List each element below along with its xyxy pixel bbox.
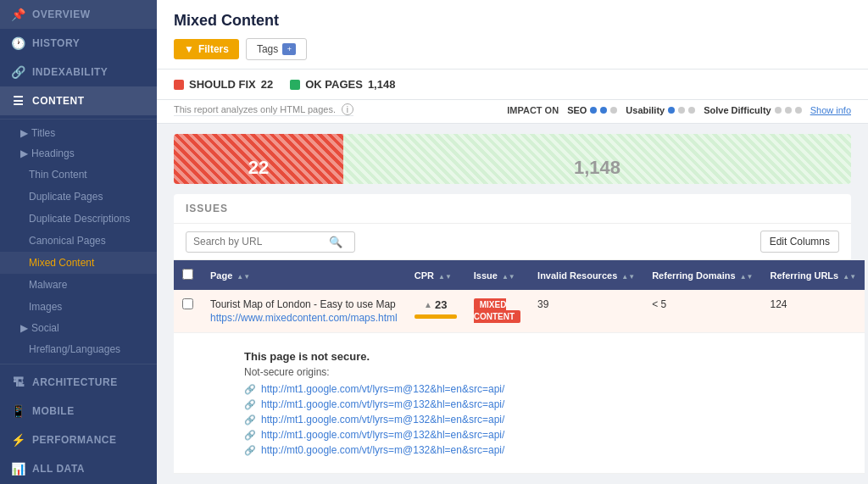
main-content: Mixed Content ▼ Filters Tags + SHOULD FI… <box>157 0 868 484</box>
ref-domains-col-header[interactable]: Referring Domains ▲▼ <box>643 260 761 290</box>
detail-link-item-1: 🔗 http://mt1.google.com/vt/lyrs=m@132&hl… <box>244 398 844 410</box>
search-input[interactable] <box>193 236 329 248</box>
sidebar-item-history[interactable]: 🕐 HISTORY <box>0 29 157 58</box>
sidebar-sub-social[interactable]: ▶ Social <box>0 318 157 338</box>
cpr-col-header[interactable]: CPR ▲▼ <box>406 260 465 290</box>
report-impact-bar: This report analyzes only HTML pages. i … <box>157 100 868 124</box>
link-icon-1: 🔗 <box>244 399 256 410</box>
sidebar-item-label: ALL DATA <box>32 463 85 475</box>
cpr-value: 23 <box>435 298 447 311</box>
sidebar-item-overview[interactable]: 📌 OVERVIEW <box>0 0 157 29</box>
solve-dot-3 <box>795 107 802 114</box>
chart-section: 22 1,148 Mixed Content OK pages <box>174 134 851 184</box>
sidebar-item-performance[interactable]: ⚡ PERFORMANCE <box>0 426 157 454</box>
link-icon-2: 🔗 <box>244 414 256 426</box>
row-checkbox[interactable] <box>182 298 193 309</box>
sidebar-sub-duplicate-pages[interactable]: Duplicate Pages <box>0 186 157 208</box>
performance-icon: ⚡ <box>12 433 25 447</box>
solve-dot-1 <box>775 107 782 114</box>
detail-link-1[interactable]: http://mt1.google.com/vt/lyrs=m@132&hl=e… <box>261 398 504 410</box>
sidebar-item-mobile[interactable]: 📱 MOBILE <box>0 397 157 426</box>
sort-icon: ▲▼ <box>236 273 250 281</box>
red-dot-icon <box>174 80 184 90</box>
filters-button[interactable]: ▼ Filters <box>174 39 239 59</box>
detail-subtitle: Not-secure origins: <box>244 366 844 378</box>
impact-solve: Solve Difficulty <box>704 105 801 115</box>
detail-link-0[interactable]: http://mt1.google.com/vt/lyrs=m@132&hl=e… <box>261 383 504 395</box>
ref-urls-col-header[interactable]: Referring URLs ▲▼ <box>761 260 865 290</box>
chart-bar-container: 22 1,148 <box>174 134 851 184</box>
page-col-header[interactable]: Page ▲▼ <box>202 260 406 290</box>
impact-seo: SEO <box>567 105 617 115</box>
sidebar-sub-malware[interactable]: Malware <box>0 274 157 296</box>
pin-icon: 📌 <box>12 8 25 21</box>
sidebar-sub-images[interactable]: Images <box>0 296 157 318</box>
checkbox-col-header <box>174 260 202 290</box>
ok-pages-count: 1,148 <box>368 78 396 91</box>
table-header-row: Page ▲▼ CPR ▲▼ Issue ▲▼ Invalid Resource… <box>174 260 865 290</box>
sidebar-item-label: PERFORMANCE <box>32 434 117 446</box>
green-dot-icon <box>290 80 300 90</box>
history-icon: 🕐 <box>12 36 25 50</box>
detail-link-item-4: 🔗 http://mt0.google.com/vt/lyrs=m@132&hl… <box>244 444 844 456</box>
sidebar-item-all-data[interactable]: 📊 ALL DATA <box>0 454 157 483</box>
sidebar-item-content[interactable]: ☰ CONTENT <box>0 86 157 115</box>
row-ref-domains-cell: < 5 <box>643 290 761 333</box>
detail-link-item-0: 🔗 http://mt1.google.com/vt/lyrs=m@132&hl… <box>244 383 844 395</box>
page-url-link[interactable]: https://www.mixedcontent.com/maps.html <box>210 312 398 324</box>
sidebar-sub-hreflang[interactable]: Hreflang/Languages <box>0 338 157 360</box>
cpr-bar-wrap: ▲ 23 <box>415 298 457 319</box>
content-icon: ☰ <box>12 94 25 108</box>
sidebar-item-label: MOBILE <box>32 405 75 417</box>
sidebar-sub-mixed-content[interactable]: Mixed Content <box>0 252 157 274</box>
issue-col-header[interactable]: Issue ▲▼ <box>465 260 529 290</box>
architecture-icon: 🏗 <box>12 376 25 389</box>
sidebar-sub-thin-content[interactable]: Thin Content <box>0 164 157 186</box>
show-info-link[interactable]: Show info <box>810 105 851 115</box>
mobile-icon: 📱 <box>12 404 25 418</box>
sidebar-item-architecture[interactable]: 🏗 ARCHITECTURE <box>0 368 157 397</box>
edit-columns-button[interactable]: Edit Columns <box>760 231 839 253</box>
row-ref-urls-cell: 124 <box>761 290 865 333</box>
sidebar-divider <box>0 119 157 120</box>
stats-bar: SHOULD FIX 22 OK PAGES 1,148 <box>157 70 868 100</box>
sidebar-divider-2 <box>0 364 157 364</box>
invalid-col-header[interactable]: Invalid Resources ▲▼ <box>529 260 643 290</box>
usability-dot-2 <box>678 107 685 114</box>
tags-button[interactable]: Tags + <box>246 38 307 60</box>
sidebar-item-label: HISTORY <box>32 37 80 49</box>
sidebar-sub-titles[interactable]: ▶ Titles <box>0 123 157 143</box>
chevron-right-icon: ▶ <box>20 127 28 139</box>
chart-bar-red: 22 <box>174 134 343 184</box>
row-issue-cell: MIXED CONTENT <box>465 290 529 333</box>
link-icon: 🔗 <box>12 65 25 79</box>
should-fix-stat: SHOULD FIX 22 <box>174 78 273 91</box>
impact-usability: Usability <box>626 105 695 115</box>
sidebar-item-indexability[interactable]: 🔗 INDEXABILITY <box>0 58 157 86</box>
seo-dot-3 <box>610 107 617 114</box>
detail-link-2[interactable]: http://mt1.google.com/vt/lyrs=m@132&hl=e… <box>261 414 504 426</box>
chart-bar-green: 1,148 <box>343 134 851 184</box>
page-title: Mixed Content <box>174 12 851 30</box>
row-checkbox-cell <box>174 290 202 333</box>
detail-link-4[interactable]: http://mt0.google.com/vt/lyrs=m@132&hl=e… <box>261 444 504 456</box>
sort-icon: ▲▼ <box>740 273 754 281</box>
detail-link-3[interactable]: http://mt1.google.com/vt/lyrs=m@132&hl=e… <box>261 429 504 441</box>
chevron-right-icon: ▶ <box>20 322 28 334</box>
sort-icon: ▲▼ <box>621 273 635 281</box>
sidebar-sub-headings[interactable]: ▶ Headings <box>0 143 157 164</box>
sidebar-sub-canonical[interactable]: Canonical Pages <box>0 230 157 252</box>
issues-toolbar: 🔍 Edit Columns <box>174 224 851 260</box>
page-title-text: Tourist Map of London - Easy to use Map <box>210 298 398 310</box>
sort-icon: ▲▼ <box>438 273 452 281</box>
row-page-cell: Tourist Map of London - Easy to use Map … <box>202 290 406 333</box>
sidebar-sub-duplicate-desc[interactable]: Duplicate Descriptions <box>0 208 157 230</box>
usability-dot-3 <box>688 107 695 114</box>
detail-title: This page is not secure. <box>244 350 844 363</box>
detail-cell: This page is not secure. Not-secure orig… <box>202 333 865 474</box>
main-toolbar: ▼ Filters Tags + <box>174 38 851 69</box>
select-all-checkbox[interactable] <box>182 269 193 280</box>
link-icon-3: 🔗 <box>244 430 256 441</box>
sidebar-item-label: ARCHITECTURE <box>32 376 118 388</box>
main-header: Mixed Content ▼ Filters Tags + <box>157 0 868 70</box>
